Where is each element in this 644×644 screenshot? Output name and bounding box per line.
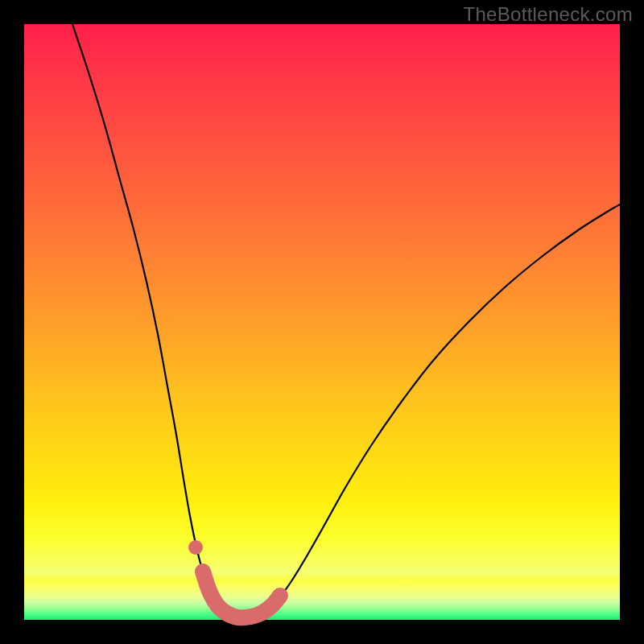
optimal-range-highlight [203, 572, 280, 617]
curve-layer [24, 24, 620, 620]
bottleneck-curve-left [72, 24, 242, 617]
bottleneck-curve-right [242, 204, 620, 617]
watermark-text: TheBottleneck.com [463, 3, 633, 26]
chart-frame: TheBottleneck.com [0, 0, 644, 644]
optimal-dot [188, 540, 203, 555]
